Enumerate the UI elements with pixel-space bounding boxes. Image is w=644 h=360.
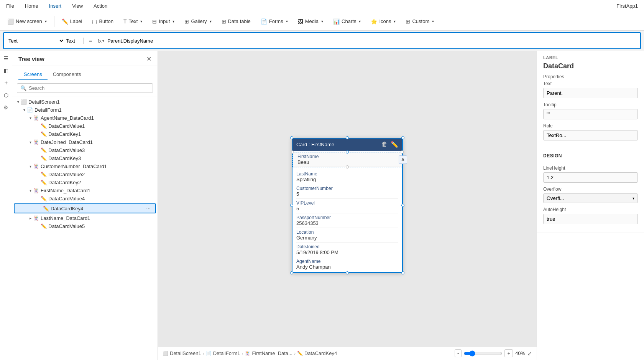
plugins-icon[interactable]: ⚙: [2, 103, 11, 112]
components-icon[interactable]: ⬡: [2, 91, 11, 100]
menu-view[interactable]: View: [71, 2, 84, 10]
agentname-field-name: AgentName: [296, 259, 398, 264]
prop-lineheight-label: LineHeight: [543, 165, 638, 171]
menu-home[interactable]: Home: [23, 2, 40, 10]
tree-item-firstname-datacard1[interactable]: ▾ 🃏 FirstName_DataCard1: [12, 187, 158, 195]
input-icon: ⊟: [152, 18, 157, 25]
menu-file[interactable]: File: [5, 2, 16, 10]
datejoined-field-name: DateJoined: [296, 244, 398, 249]
tree-item-detailform1[interactable]: ▾ 📄 DetailForm1: [12, 106, 158, 114]
card-icon: 🃏: [33, 139, 39, 145]
formula-property-select[interactable]: Text Text: [7, 38, 84, 44]
prop-role-input[interactable]: [543, 130, 638, 140]
button-button[interactable]: ⬚ Button: [88, 17, 118, 26]
gallery-button[interactable]: ⊞ Gallery ▾: [180, 17, 215, 26]
expand-icon[interactable]: ▾: [28, 116, 33, 120]
breadcrumb-firstname-data[interactable]: 🃏 FirstName_Data...: [245, 350, 292, 356]
charts-button[interactable]: 📊 Charts ▾: [329, 17, 365, 26]
expand-icon[interactable]: ▸: [28, 216, 33, 220]
zoom-slider[interactable]: [464, 350, 502, 357]
card-widget[interactable]: Card : FirstName 🗑 ✏️ FirstName Beau: [292, 138, 403, 273]
prop-overflow-value[interactable]: Overfl... ▾: [543, 193, 638, 203]
tree-item-customernumber-datacard1[interactable]: ▾ 🃏 CustomerNumber_DataCard1: [12, 162, 158, 170]
menu-action[interactable]: Action: [92, 2, 109, 10]
tree-item-lastname-datacard1[interactable]: ▸ 🃏 LastName_DataCard1: [12, 214, 158, 222]
layers-icon[interactable]: ◧: [2, 66, 11, 75]
tab-screens[interactable]: Screens: [18, 69, 48, 80]
add-icon[interactable]: ＋: [2, 78, 11, 88]
location-field-value: Germany: [296, 235, 398, 241]
tree-item-datacardvalue2[interactable]: ✏️ DataCardValue2: [12, 170, 158, 178]
tree-close-button[interactable]: ✕: [146, 55, 151, 63]
tree-item-datacardvalue3[interactable]: ✏️ DataCardValue3: [12, 146, 158, 154]
tree-item-datacardkey2[interactable]: ✏️ DataCardKey2: [12, 178, 158, 187]
expand-icon[interactable]: ▾: [21, 108, 27, 112]
canvas-area: Card : FirstName 🗑 ✏️ FirstName Beau: [158, 51, 537, 360]
breadcrumb-label-firstname: FirstName_Data...: [252, 350, 292, 356]
card-row-datejoined: DateJoined 5/19/2019 8:00 PM: [296, 243, 398, 257]
input-button[interactable]: ⊟ Input ▾: [148, 17, 179, 26]
prop-tooltip-input[interactable]: [543, 109, 638, 119]
menu-insert[interactable]: Insert: [48, 2, 63, 10]
text-button[interactable]: T Text ▾: [119, 17, 146, 26]
property-dropdown[interactable]: Text: [7, 38, 64, 44]
zoom-out-button[interactable]: -: [455, 349, 462, 357]
new-screen-button[interactable]: ⬜ New screen ▾: [3, 17, 51, 26]
tree-item-datejoined-datacard1[interactable]: ▾ 🃏 DateJoined_DataCard1: [12, 138, 158, 146]
prop-text-input[interactable]: [543, 88, 638, 98]
form-breadcrumb-icon: 📄: [206, 351, 212, 356]
tree-content: ▾ ⬜ DetailScreen1 ▾ 📄 DetailForm1 ▾ 🃏 Ag…: [12, 96, 158, 360]
expand-icon[interactable]: ▾: [28, 188, 33, 193]
text-icon: ✏️: [41, 123, 47, 129]
firstname-row[interactable]: FirstName Beau A: [293, 152, 402, 167]
expand-icon[interactable]: ▾: [15, 100, 21, 104]
text-breadcrumb-icon: ✏️: [297, 351, 303, 356]
breadcrumb-datacardkey4[interactable]: ✏️ DataCardKey4: [297, 350, 337, 356]
tree-item-agentname-datacard1[interactable]: ▾ 🃏 AgentName_DataCard1: [12, 114, 158, 122]
forms-button[interactable]: 📄 Forms ▾: [256, 17, 292, 26]
lastname-field-value: Spratling: [296, 177, 398, 182]
card-row-location: Location Germany: [296, 228, 398, 243]
search-input[interactable]: [29, 85, 150, 91]
tree-item-detailscreen1[interactable]: ▾ ⬜ DetailScreen1: [12, 98, 158, 106]
formula-equals: =: [87, 38, 95, 44]
tree-item-datacardvalue4[interactable]: ✏️ DataCardValue4: [12, 195, 158, 203]
tree-item-datacardvalue1[interactable]: ✏️ DataCardValue1: [12, 122, 158, 130]
breadcrumb-label-detailscreen1: DetailScreen1: [170, 350, 201, 356]
prop-label-header: LABEL: [543, 55, 638, 60]
prop-autoheight-input[interactable]: [543, 214, 638, 224]
tree-item-datacardkey1[interactable]: ✏️ DataCardKey1: [12, 130, 158, 138]
tab-components[interactable]: Components: [48, 69, 87, 80]
delete-icon[interactable]: 🗑: [381, 141, 388, 148]
icons-button[interactable]: ⭐ Icons ▾: [366, 17, 400, 26]
passportnumber-field-value: 25634353: [296, 220, 398, 226]
custom-chevron-icon: ▾: [432, 19, 434, 23]
screen-breadcrumb-icon: ⬜: [163, 351, 168, 356]
form-icon: 📄: [27, 107, 33, 113]
icons-chevron-icon: ▾: [394, 19, 396, 23]
card-icon: 🃏: [33, 163, 39, 169]
tree-label-detailform1: DetailForm1: [34, 107, 154, 113]
zoom-in-button[interactable]: +: [504, 349, 513, 357]
breadcrumb-detailform1[interactable]: 📄 DetailForm1: [206, 350, 240, 356]
label-button[interactable]: ✏️ Label: [58, 17, 87, 26]
formula-input[interactable]: [107, 38, 637, 44]
fullscreen-icon[interactable]: ⤢: [527, 350, 532, 357]
expand-icon[interactable]: ▾: [28, 140, 33, 144]
agentname-field-value: Andy Champan: [296, 264, 398, 270]
breadcrumb-detailscreen1[interactable]: ⬜ DetailScreen1: [163, 350, 201, 356]
more-options-icon[interactable]: ···: [145, 205, 152, 211]
tree-item-datacardkey4[interactable]: ✏️ DataCardKey4 ···: [14, 203, 156, 213]
edit-icon[interactable]: ✏️: [391, 141, 398, 148]
property-dropdown-selected: Text: [66, 38, 75, 44]
hamburger-menu-icon[interactable]: ☰: [2, 54, 11, 63]
tree-item-datacardvalue5[interactable]: ✏️ DataCardValue5: [12, 222, 158, 230]
text-icon: ✏️: [41, 131, 47, 137]
prop-lineheight-input[interactable]: [543, 172, 638, 183]
data-table-button[interactable]: ⊞ Data table: [217, 17, 255, 26]
expand-icon[interactable]: ▾: [28, 164, 33, 168]
media-button[interactable]: 🖼 Media ▾: [294, 17, 327, 26]
tree-item-datacardkey3[interactable]: ✏️ DataCardKey3: [12, 154, 158, 162]
custom-button[interactable]: ⊞ Custom ▾: [401, 17, 438, 26]
screen-icon: ⬜: [21, 99, 27, 105]
